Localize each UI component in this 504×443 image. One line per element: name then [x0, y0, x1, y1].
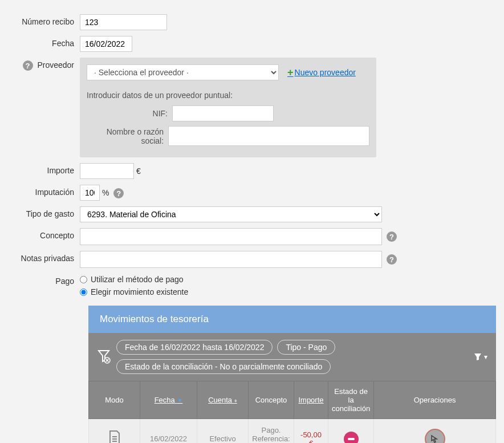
filter-dropdown-icon[interactable]: ▾ — [474, 353, 487, 361]
th-operations: Operaciones — [374, 381, 496, 419]
label-imputation: Imputación — [11, 185, 80, 197]
provider-box: · Selecciona el proveedor · + Nuevo prov… — [80, 58, 376, 157]
private-notes-input[interactable] — [80, 251, 382, 268]
provider-hint: Introducir datos de un proveedor puntual… — [87, 91, 369, 100]
cell-account: Efectivo — [197, 419, 249, 444]
sort-icon: ♦ — [234, 397, 237, 404]
plus-icon: + — [287, 67, 294, 79]
help-icon[interactable]: ? — [387, 231, 397, 242]
label-payment: Pago — [11, 274, 80, 286]
label-amount: Importe — [11, 163, 80, 175]
expense-type-select[interactable]: 6293. Material de Oficina — [80, 206, 382, 222]
label-use-method: Utilizar el método de pago — [91, 275, 184, 284]
label-provider: Proveedor — [37, 60, 74, 70]
filter-chip-type[interactable]: Tipo - Pago — [277, 340, 335, 355]
cell-mode — [89, 419, 140, 444]
sort-desc-icon: ▼ — [177, 397, 182, 404]
th-date[interactable]: Fecha ▼ — [140, 381, 197, 419]
label-expense-type: Tipo de gasto — [11, 206, 80, 218]
percent-symbol: % — [102, 188, 109, 197]
treasury-panel: Movimientos de tesorería Fecha de 16/02/… — [88, 306, 496, 443]
filter-chip-state[interactable]: Estado de la conciliación - No o parcial… — [116, 359, 331, 374]
not-reconciled-icon — [344, 432, 359, 444]
radio-choose-existing[interactable] — [80, 288, 87, 296]
table-row: 16/02/2022 Efectivo Pago. Referencia: 12… — [89, 419, 496, 444]
label-nif: NIF: — [87, 109, 172, 118]
radio-use-method[interactable] — [80, 276, 87, 283]
label-receipt-number: Número recibo — [11, 14, 80, 26]
select-movement-button[interactable]: Seleccionar movimiento — [425, 429, 445, 444]
cell-operations: Seleccionar movimiento — [374, 419, 496, 444]
th-mode: Modo — [89, 381, 140, 419]
label-choose-existing: Elegir movimiento existente — [91, 287, 188, 296]
date-input[interactable] — [80, 36, 132, 52]
document-icon — [108, 430, 121, 443]
label-date: Fecha — [11, 36, 80, 48]
help-icon[interactable]: ? — [387, 254, 397, 265]
new-provider-link[interactable]: + Nuevo proveedor — [287, 67, 356, 79]
imputation-input[interactable] — [80, 185, 100, 201]
label-concept: Concepto — [11, 228, 80, 240]
th-concept: Concepto — [249, 381, 294, 419]
cell-state — [328, 419, 374, 444]
cell-amount: -50,00 € — [294, 419, 328, 444]
cell-date: 16/02/2022 — [140, 419, 197, 444]
currency-symbol: € — [136, 166, 141, 176]
th-amount[interactable]: Importe — [294, 381, 328, 419]
amount-input[interactable] — [80, 163, 134, 179]
nif-input[interactable] — [172, 105, 274, 121]
label-razon: Nombre o razón social: — [87, 127, 168, 145]
new-provider-text: Nuevo proveedor — [295, 68, 356, 77]
label-private-notes: Notas privadas — [11, 251, 80, 263]
receipt-number-input[interactable] — [80, 14, 167, 30]
help-icon[interactable]: ? — [113, 188, 124, 198]
help-icon[interactable]: ? — [23, 60, 33, 71]
provider-select[interactable]: · Selecciona el proveedor · — [87, 64, 279, 80]
razon-social-input[interactable] — [168, 126, 369, 146]
filter-clear-icon[interactable] — [97, 349, 111, 365]
filter-chip-date[interactable]: Fecha de 16/02/2022 hasta 16/02/2022 — [116, 340, 273, 355]
treasury-table: Modo Fecha ▼ Cuenta ♦ Concepto Importe E… — [88, 381, 496, 443]
th-state: Estado de la conciliación — [328, 381, 374, 419]
treasury-title: Movimientos de tesorería — [88, 306, 496, 333]
cell-concept: Pago. Referencia: 124 — [249, 419, 294, 444]
th-account[interactable]: Cuenta ♦ — [197, 381, 249, 419]
filter-bar: Fecha de 16/02/2022 hasta 16/02/2022 Tip… — [88, 333, 496, 381]
concept-input[interactable] — [80, 228, 382, 245]
